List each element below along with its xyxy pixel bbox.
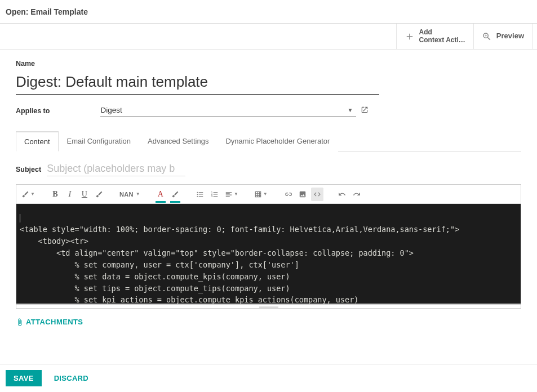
applies-to-select[interactable]: Digest: [100, 105, 356, 117]
brush-style-button[interactable]: ▼: [20, 188, 37, 201]
save-button[interactable]: SAVE: [6, 370, 42, 386]
code-content: <table style="width: 100%; border-spacin…: [20, 225, 459, 304]
link-button[interactable]: [282, 188, 294, 201]
tab-advanced-settings[interactable]: Advanced Settings: [139, 131, 217, 152]
font-size-dropdown[interactable]: NAN▼: [118, 188, 142, 201]
subject-label: Subject: [16, 166, 41, 173]
undo-button[interactable]: [336, 188, 348, 201]
attachments-button[interactable]: ATTACHMENTS: [16, 318, 83, 326]
external-link-icon[interactable]: [361, 106, 369, 116]
dialog-title: Open: Email Template: [0, 0, 537, 24]
unordered-list-button[interactable]: [194, 188, 206, 201]
subject-input[interactable]: [47, 162, 185, 176]
name-input[interactable]: [16, 71, 379, 95]
font-color-button[interactable]: A: [154, 188, 167, 201]
tabs: Content Email Configuration Advanced Set…: [16, 131, 521, 152]
tab-dynamic-placeholder-generator[interactable]: Dynamic Placeholder Generator: [217, 131, 338, 152]
name-label: Name: [16, 60, 521, 68]
tab-email-configuration[interactable]: Email Configuration: [59, 131, 139, 152]
table-button[interactable]: ▼: [252, 188, 269, 201]
preview-button[interactable]: Preview: [473, 24, 532, 49]
bold-button[interactable]: B: [49, 188, 61, 201]
applies-to-value: Digest: [100, 106, 122, 114]
plus-icon: [405, 32, 415, 42]
tab-content[interactable]: Content: [16, 131, 59, 152]
rich-text-editor: ▼ B I U NAN▼ A: [16, 184, 521, 309]
dialog-title-text: Open: Email Template: [6, 7, 88, 16]
add-context-action-button[interactable]: Add Context Acti…: [396, 24, 473, 49]
preview-label: Preview: [496, 32, 524, 40]
action-bar: Add Context Acti… Preview: [0, 24, 537, 50]
highlight-color-button[interactable]: [169, 188, 181, 201]
image-button[interactable]: [296, 188, 309, 201]
code-editor[interactable]: <table style="width: 100%; border-spacin…: [16, 204, 521, 304]
footer-bar: SAVE DISCARD: [0, 364, 537, 392]
magnify-plus-icon: [482, 32, 492, 42]
underline-button[interactable]: U: [78, 188, 91, 201]
ordered-list-button[interactable]: [208, 188, 221, 201]
form-area: Name Applies to Digest ▼ Content Email C…: [0, 50, 537, 328]
add-context-action-label: Add Context Acti…: [419, 29, 465, 43]
text-cursor: [20, 214, 20, 222]
code-view-button[interactable]: [311, 188, 323, 201]
discard-button[interactable]: DISCARD: [51, 373, 92, 383]
clear-format-button[interactable]: [93, 188, 105, 201]
paperclip-icon: [16, 318, 24, 326]
resize-handle[interactable]: [16, 304, 521, 308]
italic-button[interactable]: I: [64, 188, 76, 201]
attachments-label: ATTACHMENTS: [26, 318, 83, 326]
editor-toolbar: ▼ B I U NAN▼ A: [16, 185, 521, 204]
align-button[interactable]: ▼: [223, 188, 240, 201]
applies-to-label: Applies to: [16, 107, 50, 115]
redo-button[interactable]: [350, 188, 363, 201]
